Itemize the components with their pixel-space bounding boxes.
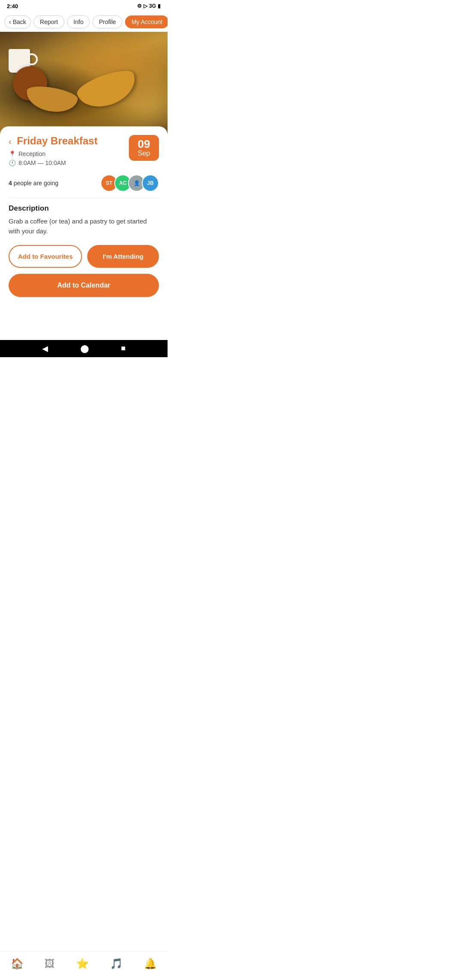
- date-day: 09: [135, 138, 153, 150]
- event-header: ‹ Friday Breakfast 📍 Reception 🕐 8:0AM —…: [9, 135, 159, 168]
- add-to-favourites-button[interactable]: Add to Favourites: [9, 245, 82, 268]
- event-time-row: 🕐 8:0AM — 10:0AM: [9, 159, 129, 166]
- attendees-label: people are going: [14, 180, 58, 187]
- bottom-spacer: [0, 306, 168, 340]
- status-time: 2:40: [7, 3, 18, 9]
- event-back-arrow[interactable]: ‹: [9, 137, 12, 147]
- android-back[interactable]: ◀: [42, 344, 48, 353]
- hero-image: [0, 32, 168, 135]
- avatar-jb: JB: [142, 175, 159, 192]
- event-header-left: ‹ Friday Breakfast 📍 Reception 🕐 8:0AM —…: [9, 135, 129, 168]
- android-home[interactable]: ⬤: [80, 344, 89, 353]
- divider: [9, 198, 159, 198]
- android-recents[interactable]: ■: [121, 344, 126, 353]
- description-title: Description: [9, 204, 159, 213]
- im-attending-button[interactable]: I'm Attending: [87, 245, 159, 268]
- android-nav: ◀ ⬤ ■: [0, 340, 168, 357]
- chevron-left-icon: ‹: [9, 18, 11, 25]
- add-to-calendar-button[interactable]: Add to Calendar: [9, 274, 159, 297]
- date-badge: 09 Sep: [129, 135, 159, 161]
- clock-icon: 🕐: [9, 159, 16, 166]
- back-label: Back: [13, 18, 26, 25]
- event-location-row: 📍 Reception: [9, 150, 129, 157]
- event-title-row: ‹ Friday Breakfast: [9, 135, 129, 147]
- avatar-jb-initials: JB: [147, 180, 153, 186]
- attendees-number: 4: [9, 180, 12, 187]
- back-button[interactable]: ‹ Back: [4, 15, 31, 28]
- status-icons: ⚙ ▷ 3G ▮: [137, 3, 161, 9]
- action-buttons-row: Add to Favourites I'm Attending: [9, 245, 159, 268]
- network-label: 3G: [149, 3, 156, 9]
- content-card: ‹ Friday Breakfast 📍 Reception 🕐 8:0AM —…: [0, 126, 168, 306]
- settings-icon: ⚙: [137, 3, 142, 9]
- tab-report[interactable]: Report: [34, 15, 64, 28]
- avatar-ac-initials: AC: [119, 180, 126, 186]
- event-meta: 📍 Reception 🕐 8:0AM — 10:0AM: [9, 150, 129, 166]
- date-month: Sep: [135, 150, 153, 157]
- event-time: 8:0AM — 10:0AM: [18, 159, 66, 166]
- tab-info[interactable]: Info: [67, 15, 90, 28]
- nav-tabs: ‹ Back Report Info Profile My Account: [0, 12, 168, 32]
- tab-myaccount[interactable]: My Account: [125, 15, 168, 28]
- event-title: Friday Breakfast: [17, 135, 98, 147]
- description-text: Grab a coffee (or tea) and a pastry to g…: [9, 216, 159, 236]
- attendees-count: 4 people are going: [9, 180, 58, 187]
- tab-profile[interactable]: Profile: [92, 15, 122, 28]
- status-bar: 2:40 ⚙ ▷ 3G ▮: [0, 0, 168, 12]
- avatar-group: ST AC 👤 JB: [101, 175, 159, 192]
- avatar-st-initials: ST: [106, 180, 112, 186]
- attendees-row: 4 people are going ST AC 👤 JB: [9, 175, 159, 192]
- location-icon: 📍: [9, 150, 16, 157]
- battery-icon: ▮: [158, 3, 161, 9]
- avatar-person-initials: 👤: [134, 180, 140, 186]
- event-location: Reception: [18, 150, 46, 157]
- signal-icon: ▷: [143, 3, 147, 9]
